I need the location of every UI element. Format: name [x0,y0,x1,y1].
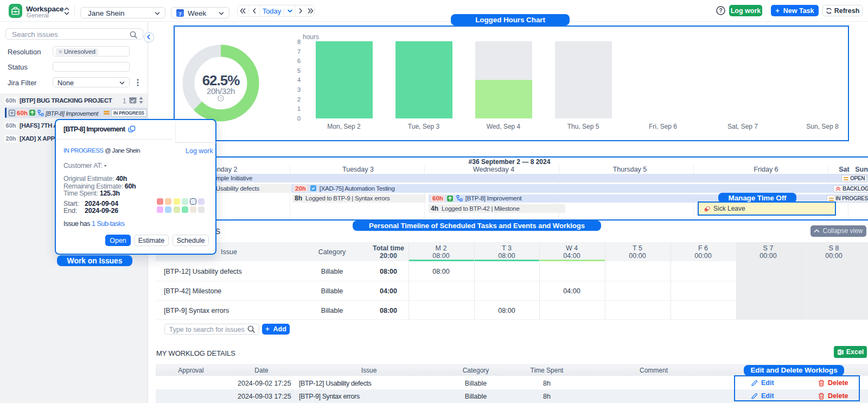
svg-text:X: X [838,350,840,354]
svg-text:?: ? [719,8,722,14]
svg-text:?: ? [220,96,222,100]
